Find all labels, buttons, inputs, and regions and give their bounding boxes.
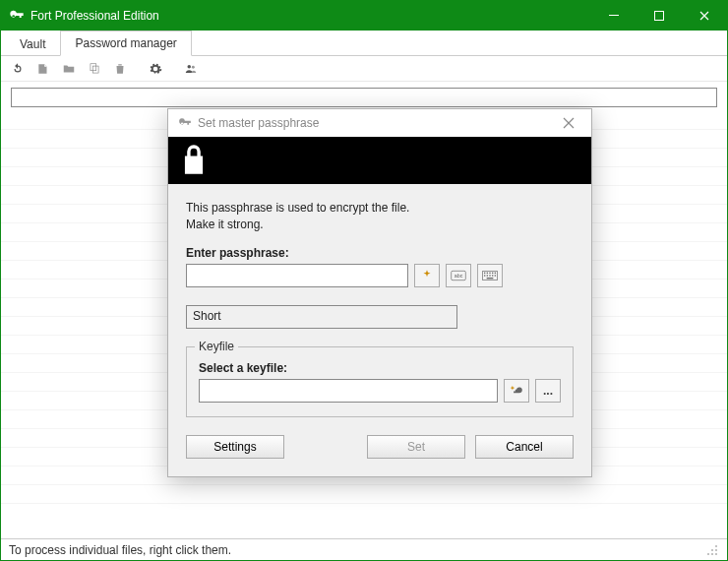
- svg-rect-10: [711, 553, 713, 555]
- tab-password-manager[interactable]: Password manager: [60, 31, 191, 56]
- keyfile-fieldset: Keyfile Select a keyfile: ...: [186, 346, 574, 417]
- svg-rect-25: [487, 278, 494, 279]
- dialog-key-icon: [178, 116, 192, 130]
- keyfile-input[interactable]: [199, 379, 498, 403]
- svg-rect-22: [489, 275, 490, 276]
- search-input[interactable]: [11, 88, 717, 107]
- dialog-header: [168, 137, 591, 184]
- svg-rect-6: [715, 545, 717, 547]
- svg-rect-1: [655, 12, 664, 21]
- keyfile-legend: Keyfile: [195, 340, 238, 353]
- set-button[interactable]: Set: [367, 435, 465, 459]
- statusbar: To process individual files, right click…: [1, 538, 727, 560]
- svg-rect-19: [495, 272, 496, 273]
- main-window: Fort Professional Edition Vault Password…: [0, 0, 728, 561]
- generate-keyfile-button[interactable]: [504, 379, 529, 403]
- svg-rect-15: [484, 272, 485, 273]
- trash-icon[interactable]: [109, 58, 131, 80]
- lock-icon: [180, 143, 208, 179]
- dialog-buttons: Settings Set Cancel: [168, 431, 591, 476]
- passphrase-input[interactable]: [186, 264, 408, 287]
- new-entry-icon[interactable]: [32, 58, 54, 80]
- user-group-icon[interactable]: [180, 58, 202, 80]
- svg-rect-17: [489, 272, 490, 273]
- passphrase-strength-indicator: Short: [186, 305, 457, 329]
- dialog-titlebar: Set master passphrase: [168, 109, 591, 137]
- set-master-passphrase-dialog: Set master passphrase This passphrase is…: [167, 108, 592, 477]
- show-passphrase-button[interactable]: abc: [446, 264, 471, 287]
- close-button[interactable]: [682, 1, 727, 31]
- svg-point-4: [188, 64, 192, 68]
- dialog-close-button[interactable]: [556, 110, 581, 136]
- app-key-icon: [9, 8, 25, 24]
- tab-strip: Vault Password manager: [1, 31, 727, 56]
- svg-rect-23: [492, 275, 493, 276]
- window-title: Fort Professional Edition: [30, 9, 591, 23]
- svg-rect-8: [715, 549, 717, 551]
- dialog-title: Set master passphrase: [198, 116, 556, 130]
- titlebar: Fort Professional Edition: [1, 1, 727, 31]
- passphrase-row: abc: [186, 264, 574, 287]
- maximize-button[interactable]: [637, 1, 682, 31]
- tab-vault[interactable]: Vault: [5, 31, 60, 56]
- refresh-icon[interactable]: [7, 58, 29, 80]
- toolbar: [1, 56, 727, 82]
- resize-grip-icon[interactable]: [705, 543, 719, 557]
- dialog-body: This passphrase is used to encrypt the f…: [168, 184, 591, 431]
- search-row: [1, 82, 727, 111]
- svg-rect-21: [487, 275, 488, 276]
- svg-point-5: [192, 65, 195, 68]
- svg-rect-0: [609, 15, 619, 16]
- browse-keyfile-button[interactable]: ...: [535, 379, 561, 403]
- folder-icon[interactable]: [58, 58, 80, 80]
- settings-button[interactable]: Settings: [186, 435, 284, 459]
- virtual-keyboard-button[interactable]: [477, 264, 503, 287]
- keyfile-row: ...: [199, 379, 561, 403]
- svg-rect-16: [487, 272, 488, 273]
- svg-rect-9: [707, 553, 709, 555]
- cancel-button[interactable]: Cancel: [475, 435, 574, 459]
- svg-rect-20: [484, 275, 485, 276]
- svg-rect-2: [91, 63, 96, 70]
- dialog-description: This passphrase is used to encrypt the f…: [186, 200, 574, 234]
- settings-gear-icon[interactable]: [145, 58, 166, 80]
- svg-rect-24: [495, 275, 496, 276]
- keyfile-label: Select a keyfile:: [199, 361, 561, 375]
- svg-rect-11: [715, 553, 717, 555]
- svg-rect-18: [492, 272, 493, 273]
- window-controls: [591, 1, 727, 31]
- svg-text:abc: abc: [455, 273, 463, 279]
- copy-icon[interactable]: [84, 58, 105, 80]
- generate-passphrase-button[interactable]: [414, 264, 440, 287]
- svg-rect-3: [92, 66, 98, 73]
- minimize-button[interactable]: [591, 1, 637, 31]
- svg-rect-7: [711, 549, 713, 551]
- enter-passphrase-label: Enter passphrase:: [186, 246, 574, 260]
- status-text: To process individual files, right click…: [9, 543, 231, 557]
